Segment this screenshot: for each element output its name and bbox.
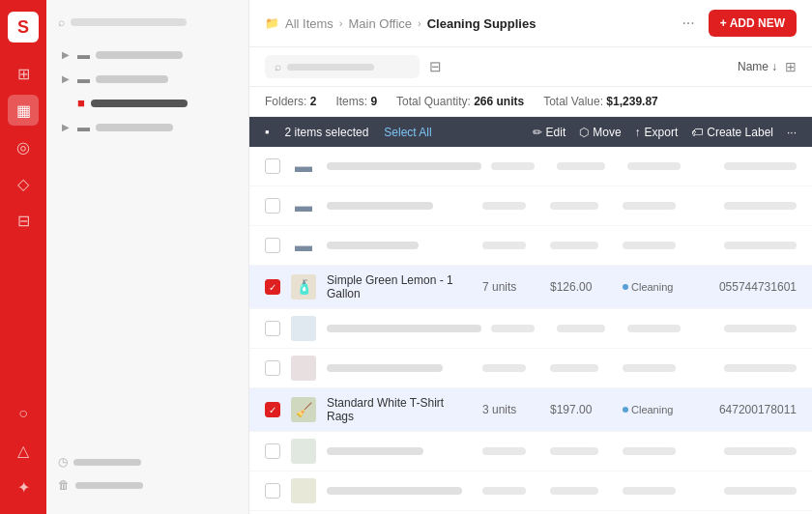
breadcrumb-sep1: › [339, 17, 343, 29]
row-type-icon: 🧹 [290, 398, 317, 421]
table-area: ▪ 2 items selected Select All ✏ Edit ⬡ M… [249, 117, 812, 514]
tree-item-4[interactable]: ▶ ▬ [46, 115, 248, 139]
row-category [623, 447, 700, 455]
row-name: Simple Green Lemon - 1 Gallon [327, 273, 473, 300]
nav-inventory-icon[interactable]: ▦ [8, 95, 39, 126]
header-actions: ··· + ADD NEW [678, 10, 797, 37]
grid-view-icon[interactable]: ⊞ [785, 59, 797, 74]
row-category [623, 242, 700, 249]
folder-icon: ▬ [77, 120, 90, 134]
add-new-button[interactable]: + ADD NEW [709, 10, 797, 37]
item-image [291, 439, 316, 464]
row-price [557, 325, 618, 332]
history-icon: ◷ [58, 455, 68, 469]
row-quantity [491, 325, 547, 332]
row-quantity [491, 162, 547, 170]
select-all-button[interactable]: Select All [384, 126, 431, 139]
breadcrumb-all-items[interactable]: All Items [285, 16, 334, 31]
row-category [623, 202, 700, 210]
nav-chat-icon[interactable]: ○ [8, 398, 39, 429]
sidebar-bottom: ◷ 🗑 [46, 443, 248, 504]
breadcrumb-icon: 📁 [265, 16, 279, 30]
tree-label [96, 75, 168, 83]
tree-item-2[interactable]: ▶ ▬ [46, 67, 248, 91]
row-price [550, 447, 613, 455]
row-sku [710, 364, 797, 372]
breadcrumb-current: Cleaning Supplies [427, 16, 536, 31]
row-sku [710, 447, 797, 455]
table-row: ▬ [249, 186, 812, 226]
row-quantity [482, 202, 540, 210]
export-label: Export [645, 126, 679, 139]
create-label-action-button[interactable]: 🏷 Create Label [691, 126, 773, 139]
create-label-label: Create Label [707, 126, 773, 139]
tree-label [96, 124, 173, 131]
tree-arrow-icon: ▶ [62, 49, 72, 60]
table-row: ▬ [249, 226, 812, 266]
row-price [550, 364, 613, 372]
sidebar-search-placeholder [71, 18, 187, 26]
stats-bar: Folders: 2 Items: 9 Total Quantity: 266 … [249, 87, 812, 117]
folder-icon-active: ■ [77, 96, 85, 110]
breadcrumb-main-office[interactable]: Main Office [349, 16, 413, 31]
row-name [327, 364, 473, 372]
row-category [623, 487, 700, 495]
table-row [249, 471, 812, 511]
sidebar-trash-item[interactable]: 🗑 [58, 473, 237, 497]
toolbar-right: Name ↓ ⊞ [738, 59, 797, 74]
edit-action-button[interactable]: ✏ Edit [533, 126, 566, 139]
export-action-button[interactable]: ↑ Export [635, 126, 679, 139]
row-name [327, 487, 473, 495]
row-type-icon [290, 357, 317, 380]
more-actions-button[interactable]: ··· [787, 126, 797, 139]
table-row-simple-green: ✓ 🧴 Simple Green Lemon - 1 Gallon 7 unit… [249, 266, 812, 309]
row-sku [712, 325, 797, 332]
nav-gear-icon[interactable]: ✦ [8, 471, 39, 502]
row-sku [710, 202, 797, 210]
row-quantity [482, 364, 540, 372]
table-row [249, 309, 812, 349]
search-input-wrap[interactable]: ⌕ [265, 55, 420, 78]
list-view-icon[interactable]: ⊟ [429, 58, 442, 75]
table-row [249, 349, 812, 388]
item-image [291, 356, 316, 381]
row-checkbox[interactable] [265, 238, 280, 253]
sort-label-text: Name [738, 60, 768, 73]
row-checkbox[interactable]: ✓ [265, 402, 280, 417]
folder-icon: ▬ [77, 71, 90, 86]
row-checkbox[interactable] [265, 321, 280, 336]
selection-checkbox[interactable]: ▪ [265, 125, 270, 139]
row-sku: 055744731601 [710, 280, 797, 294]
row-category [623, 364, 700, 372]
row-price: $197.00 [550, 403, 613, 416]
nav-bell-icon[interactable]: △ [8, 435, 39, 466]
row-checkbox[interactable] [265, 483, 280, 499]
row-category: Cleaning [623, 404, 700, 415]
sidebar-history-item[interactable]: ◷ [58, 450, 237, 473]
quantity-stat: Total Quantity: 266 units [396, 95, 524, 108]
row-name [327, 325, 481, 332]
move-action-button[interactable]: ⬡ Move [579, 126, 621, 139]
tree-item-1[interactable]: ▶ ▬ [46, 43, 248, 67]
nav-tag-icon[interactable]: ◇ [8, 168, 39, 199]
row-checkbox[interactable] [265, 443, 280, 459]
item-image: 🧴 [291, 274, 316, 300]
row-checkbox[interactable] [265, 158, 280, 174]
nav-grid-icon[interactable]: ⊟ [8, 205, 39, 236]
tree-item-3-active[interactable]: ■ [46, 91, 248, 115]
row-checkbox[interactable]: ✓ [265, 279, 280, 295]
item-image [291, 316, 316, 341]
nav-home-icon[interactable]: ⊞ [8, 58, 39, 89]
header-more-button[interactable]: ··· [678, 11, 698, 36]
row-category [627, 162, 703, 170]
folders-stat: Folders: 2 [265, 95, 316, 108]
row-checkbox[interactable] [265, 198, 280, 214]
row-checkbox[interactable] [265, 360, 280, 376]
app-logo: S [8, 12, 39, 43]
sort-button[interactable]: Name ↓ [738, 60, 777, 73]
search-placeholder [287, 64, 374, 71]
row-type-icon: ▬ [290, 194, 317, 217]
main-content: 📁 All Items › Main Office › Cleaning Sup… [249, 0, 812, 514]
row-quantity: 7 units [482, 280, 540, 294]
nav-search-icon[interactable]: ◎ [8, 131, 39, 162]
